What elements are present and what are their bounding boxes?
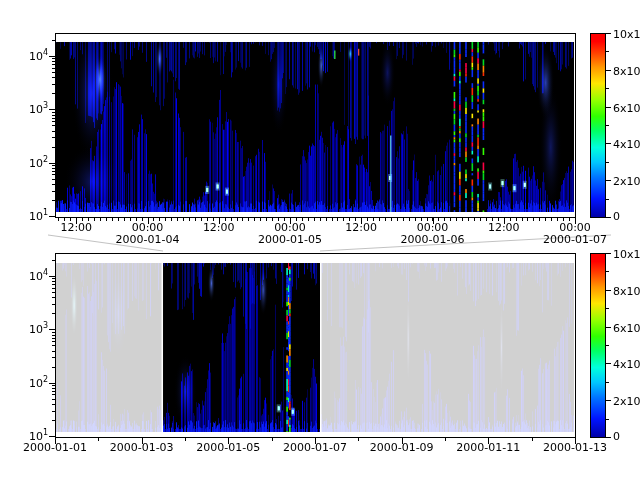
y-minor-tick bbox=[52, 115, 55, 116]
x-minor-tick bbox=[183, 217, 184, 221]
y-minor-tick bbox=[52, 292, 55, 293]
colorbar-tick-label: 0 bbox=[613, 211, 620, 223]
y-minor-tick bbox=[52, 200, 55, 201]
y-tick-label: 102 bbox=[16, 156, 48, 170]
x-minor-tick bbox=[165, 217, 166, 221]
x-minor-tick bbox=[58, 217, 59, 221]
y-minor-tick bbox=[52, 388, 55, 389]
y-minor-tick bbox=[52, 345, 55, 346]
y-minor-tick bbox=[52, 288, 55, 289]
x-minor-tick bbox=[355, 217, 356, 221]
x-minor-tick bbox=[94, 217, 95, 221]
x-minor-tick bbox=[516, 217, 517, 221]
colorbar-minor-tick bbox=[606, 125, 609, 126]
y-tick-label: 103 bbox=[16, 322, 48, 336]
x-minor-tick bbox=[358, 437, 359, 441]
x-minor-tick bbox=[254, 217, 255, 221]
context-spectrogram-canvas[interactable] bbox=[56, 263, 574, 432]
x-tick-label lbl: 2000-01-13 bbox=[535, 442, 615, 454]
y-minor-tick bbox=[52, 391, 55, 392]
x-minor-tick bbox=[421, 217, 422, 221]
y-minor-tick bbox=[52, 411, 55, 412]
colorbar-minor-tick bbox=[606, 162, 609, 163]
y-minor-tick bbox=[52, 420, 55, 421]
x-minor-tick bbox=[124, 217, 125, 221]
x-minor-tick bbox=[557, 217, 558, 221]
y-minor-tick bbox=[52, 284, 55, 285]
y-minor-tick bbox=[52, 40, 55, 41]
x-minor-tick bbox=[337, 217, 338, 221]
x-minor-tick bbox=[563, 217, 564, 221]
x-tick-label lbl: 12:00 bbox=[464, 222, 544, 234]
y-tick-label: 103 bbox=[16, 102, 48, 116]
colorbar-minor-tick bbox=[606, 199, 609, 200]
x-minor-tick bbox=[242, 217, 243, 221]
y-minor-tick bbox=[52, 121, 55, 122]
x-minor-tick bbox=[533, 217, 534, 221]
x-minor-tick bbox=[539, 217, 540, 221]
y-tick-label: 104 bbox=[16, 269, 48, 283]
x-minor-tick bbox=[575, 217, 576, 221]
x-minor-tick bbox=[76, 217, 77, 221]
x-minor-tick bbox=[195, 217, 196, 221]
x-minor-tick bbox=[185, 437, 186, 441]
x-minor-tick bbox=[118, 217, 119, 221]
x-minor-tick bbox=[142, 437, 143, 441]
y-minor-tick bbox=[52, 131, 55, 132]
y-minor-tick bbox=[52, 93, 55, 94]
y-minor-tick bbox=[52, 179, 55, 180]
spectrogram-figure: 12:0000:002000-01-0412:0000:002000-01-05… bbox=[0, 0, 640, 480]
y-minor-tick bbox=[52, 304, 55, 305]
y-tick-label: 102 bbox=[16, 376, 48, 390]
x-minor-tick bbox=[391, 217, 392, 221]
y-minor-tick bbox=[52, 367, 55, 368]
x-minor-tick bbox=[415, 217, 416, 221]
y-minor-tick bbox=[52, 297, 55, 298]
colorbar-tick-label: 8x107 bbox=[613, 284, 640, 298]
y-major-tick bbox=[49, 163, 55, 164]
y-minor-tick bbox=[52, 112, 55, 113]
x-minor-tick bbox=[504, 217, 505, 221]
colorbar-major-tick bbox=[606, 143, 611, 144]
x-minor-tick bbox=[450, 217, 451, 221]
x-minor-tick bbox=[349, 217, 350, 221]
x-minor-tick bbox=[153, 217, 154, 221]
x-minor-tick bbox=[228, 437, 229, 441]
x-minor-tick bbox=[177, 217, 178, 221]
x-minor-tick bbox=[315, 437, 316, 441]
x-minor-tick bbox=[308, 217, 309, 221]
x-minor-tick bbox=[272, 437, 273, 441]
x-minor-tick bbox=[402, 437, 403, 441]
x-minor-tick bbox=[201, 217, 202, 221]
y-minor-tick bbox=[52, 332, 55, 333]
x-minor-tick bbox=[373, 217, 374, 221]
detail-spectrogram-canvas[interactable] bbox=[56, 42, 574, 212]
x-minor-tick bbox=[142, 217, 143, 221]
y-minor-tick bbox=[52, 191, 55, 192]
y-minor-tick bbox=[52, 68, 55, 69]
x-minor-tick bbox=[260, 217, 261, 221]
x-tick-label lbl: 12:00 bbox=[321, 222, 401, 234]
x-minor-tick bbox=[527, 217, 528, 221]
x-tick-date-label: 2000-01-07 bbox=[530, 234, 620, 246]
x-minor-tick bbox=[237, 217, 238, 221]
x-minor-tick bbox=[432, 217, 433, 221]
colorbar-major-tick bbox=[606, 290, 611, 291]
y-minor-tick bbox=[52, 281, 55, 282]
colorbar-major-tick bbox=[606, 70, 611, 71]
x-minor-tick bbox=[189, 217, 190, 221]
colorbar-major-tick bbox=[606, 437, 611, 438]
x-minor-tick bbox=[207, 217, 208, 221]
colorbar-minor-tick bbox=[606, 345, 609, 346]
x-minor-tick bbox=[314, 217, 315, 221]
x-minor-tick bbox=[112, 217, 113, 221]
y-minor-tick bbox=[52, 394, 55, 395]
y-major-tick bbox=[49, 329, 55, 330]
x-minor-tick bbox=[55, 437, 56, 441]
y-minor-tick bbox=[52, 399, 55, 400]
colorbar-tick-label: 10x107 bbox=[613, 27, 640, 41]
x-minor-tick bbox=[130, 217, 131, 221]
colorbar-tick-label: 6x107 bbox=[613, 101, 640, 115]
y-minor-tick bbox=[52, 404, 55, 405]
x-minor-tick bbox=[492, 217, 493, 221]
